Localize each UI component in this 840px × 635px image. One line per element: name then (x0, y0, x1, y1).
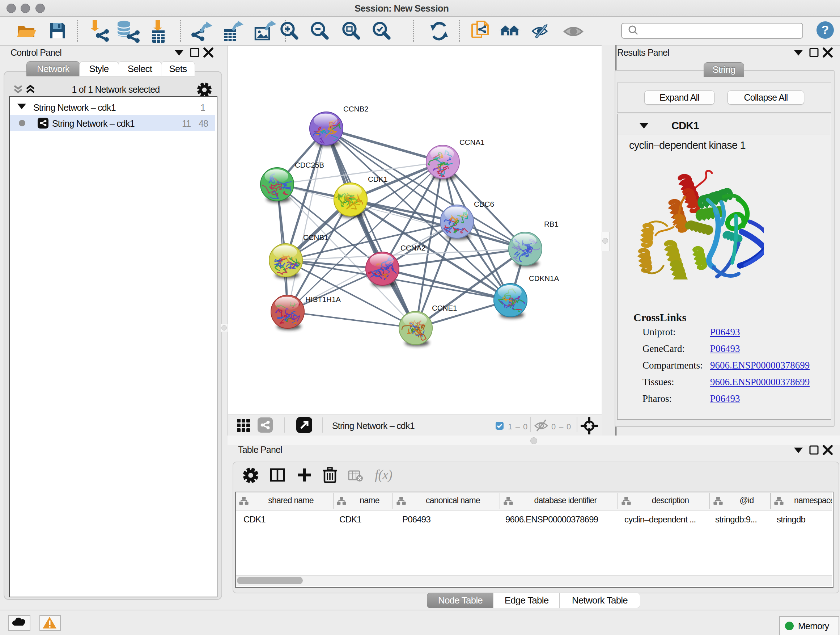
svg-text:CDC25B: CDC25B (295, 161, 324, 169)
svg-text:HIST1H1A: HIST1H1A (305, 295, 341, 303)
svg-text:CCNA1: CCNA1 (459, 138, 485, 146)
svg-text:RB1: RB1 (544, 220, 559, 228)
svg-text:CCNA2: CCNA2 (401, 244, 426, 252)
svg-text:?: ? (821, 23, 829, 36)
svg-text:CCNB1: CCNB1 (303, 233, 328, 241)
svg-text:CDKN1A: CDKN1A (529, 274, 559, 282)
svg-text:CDK1: CDK1 (368, 175, 388, 183)
svg-text:CCNB2: CCNB2 (343, 105, 369, 113)
svg-text:CDC6: CDC6 (474, 200, 494, 208)
svg-text:CCNE1: CCNE1 (432, 304, 457, 312)
